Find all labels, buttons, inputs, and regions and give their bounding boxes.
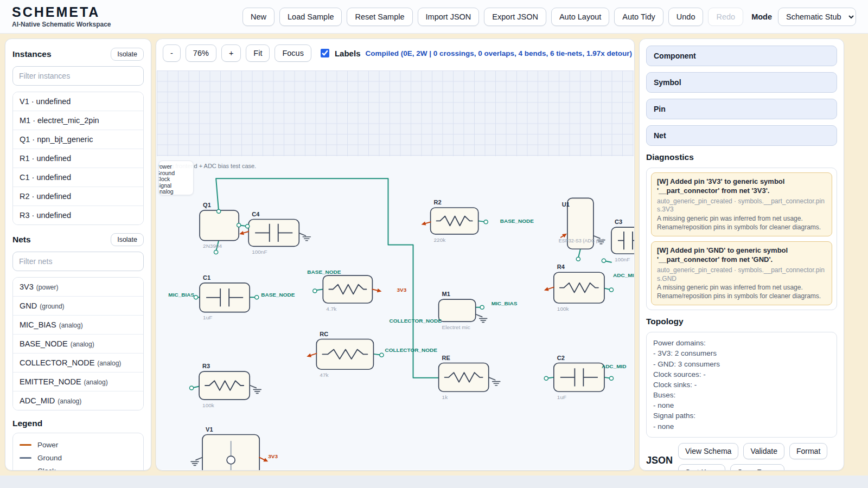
net-item[interactable]: BASE_NODE(analog) xyxy=(13,334,143,353)
component-C2[interactable]: C21uF xyxy=(554,355,604,400)
pin[interactable] xyxy=(602,259,605,262)
component-R4[interactable]: R4100k xyxy=(554,264,604,312)
instance-item[interactable]: C1 · undefined xyxy=(13,168,143,187)
component-C1[interactable]: C11uF xyxy=(200,274,250,320)
pin[interactable] xyxy=(576,257,580,261)
component-value: 1uF xyxy=(203,314,212,320)
net-label-MIC_BIAS[interactable]: MIC_BIAS xyxy=(492,300,518,306)
component-R3[interactable]: R3100k xyxy=(199,363,250,408)
section-symbol-button[interactable]: Symbol xyxy=(646,72,837,93)
component-M1[interactable]: M1Electret mic xyxy=(439,291,476,330)
net-item[interactable]: ADC_MID(analog) xyxy=(13,391,143,410)
mode-select[interactable]: Schematic Stub xyxy=(778,8,856,26)
zoom-out-button[interactable]: - xyxy=(163,44,181,62)
net-label-3V3[interactable]: 3V3 xyxy=(397,287,407,293)
pin[interactable] xyxy=(214,251,218,254)
canvas-legend-overlay: PowerGroundClockSignalAnalog xyxy=(158,160,194,195)
net-label-BASE_NODE[interactable]: BASE_NODE xyxy=(500,218,534,224)
net-item[interactable]: 3V3(power) xyxy=(13,278,143,296)
fit-button[interactable]: Fit xyxy=(246,44,270,62)
warning-title: [W] Added pin 'GND' to generic symbol '_… xyxy=(657,246,826,265)
pin[interactable] xyxy=(237,223,241,227)
pin[interactable] xyxy=(246,224,250,228)
net-item[interactable]: COLLECTOR_NODE(analog) xyxy=(13,353,143,372)
net-label-BASE_NODE[interactable]: BASE_NODE xyxy=(307,269,341,275)
net-label-ADC_MID[interactable]: ADC_MID xyxy=(613,272,634,278)
section-component-button[interactable]: Component xyxy=(646,46,837,66)
pin[interactable] xyxy=(255,296,259,299)
component-RC[interactable]: RC47k xyxy=(316,331,373,378)
schematic-canvas[interactable]: - 76% + Fit Focus Labels Compiled (0E, 2… xyxy=(156,38,635,471)
component-Q1[interactable]: Q12N3904 xyxy=(200,202,239,249)
reset-sample-button[interactable]: Reset Sample xyxy=(347,8,412,26)
component-U1[interactable]: U1ESP32-S3 (ADC pin) xyxy=(559,198,604,249)
instances-title: Instances xyxy=(12,49,52,59)
pin[interactable] xyxy=(313,289,317,293)
pin[interactable] xyxy=(194,296,197,299)
net-item[interactable]: MIC_BIAS(analog) xyxy=(13,315,143,334)
ground-stub xyxy=(476,314,482,317)
component-R2[interactable]: R2220k xyxy=(431,199,478,242)
pin[interactable] xyxy=(544,376,548,380)
json-toolbar: JSON View SchemaValidateFormatSort KeysC… xyxy=(646,443,837,471)
pin[interactable] xyxy=(217,209,221,213)
section-pin-button[interactable]: Pin xyxy=(646,99,837,119)
import-json-button[interactable]: Import JSON xyxy=(418,8,480,26)
validate-button[interactable]: Validate xyxy=(743,443,784,459)
pin[interactable] xyxy=(484,220,488,224)
component-V1[interactable]: V1 xyxy=(202,426,259,470)
wire[interactable] xyxy=(578,249,580,258)
format-button[interactable]: Format xyxy=(789,443,827,459)
ground-symbol xyxy=(493,382,500,386)
auto-layout-button[interactable]: Auto Layout xyxy=(551,8,609,26)
legend-item: Ground xyxy=(20,451,137,464)
net-item[interactable]: EMITTER_NODE(analog) xyxy=(13,372,143,391)
schematic-drawing[interactable]: Q12N3904C4100nFR2220kU1ESP32-S3 (ADC pin… xyxy=(156,39,634,470)
instance-item[interactable]: R2 · undefined xyxy=(13,187,143,206)
nets-isolate-button[interactable]: Isolate xyxy=(111,233,144,246)
net-label-ADC_MID[interactable]: ADC_MID xyxy=(602,363,627,369)
view-schema-button[interactable]: View Schema xyxy=(678,443,738,459)
pin[interactable] xyxy=(380,353,384,357)
component-C4[interactable]: C4100nF xyxy=(248,211,299,255)
undo-button[interactable]: Undo xyxy=(668,8,704,26)
load-sample-button[interactable]: Load Sample xyxy=(279,8,342,26)
instance-item[interactable]: R1 · undefined xyxy=(13,149,143,168)
zoom-level-button[interactable]: 76% xyxy=(186,44,216,62)
sort-keys-button[interactable]: Sort Keys xyxy=(678,464,725,471)
net-item[interactable]: GND(ground) xyxy=(13,296,143,315)
instance-item[interactable]: Q1 · npn_bjt_generic xyxy=(13,130,143,149)
net-label-MIC_BIAS[interactable]: MIC_BIAS xyxy=(168,292,194,298)
component-value: 1k xyxy=(442,394,448,400)
labels-checkbox[interactable] xyxy=(321,49,329,57)
focus-button[interactable]: Focus xyxy=(275,44,311,62)
pin[interactable] xyxy=(189,386,193,390)
new-button[interactable]: New xyxy=(242,8,275,26)
component-C3[interactable]: C3100nF xyxy=(611,219,634,262)
instances-filter-input[interactable] xyxy=(12,66,144,86)
instance-item[interactable]: M1 · electret_mic_2pin xyxy=(13,111,143,130)
pin[interactable] xyxy=(480,305,484,309)
instance-item[interactable]: R3 · undefined xyxy=(13,206,143,224)
component-ref: R2 xyxy=(434,199,442,206)
section-net-button[interactable]: Net xyxy=(646,125,837,146)
instances-isolate-button[interactable]: Isolate xyxy=(111,48,144,61)
component-RE[interactable]: RE1k xyxy=(439,355,489,400)
pin[interactable] xyxy=(609,288,613,292)
export-json-button[interactable]: Export JSON xyxy=(484,8,546,26)
net-label-BASE_NODE[interactable]: BASE_NODE xyxy=(261,292,295,298)
copy-repro-button[interactable]: Copy Repro xyxy=(730,464,785,471)
diagnostics-list: [W] Added pin '3V3' to generic symbol '_… xyxy=(646,168,837,310)
net-label-COLLECTOR_NODE[interactable]: COLLECTOR_NODE xyxy=(389,318,442,324)
net-label-COLLECTOR_NODE[interactable]: COLLECTOR_NODE xyxy=(385,347,437,353)
net-name: 3V3 xyxy=(20,282,34,291)
instance-item[interactable]: V1 · undefined xyxy=(13,92,143,111)
auto-tidy-button[interactable]: Auto Tidy xyxy=(614,8,663,26)
pin[interactable] xyxy=(609,376,613,380)
component-value: 100k xyxy=(202,402,214,408)
nets-filter-input[interactable] xyxy=(12,252,144,271)
net-label-3V3[interactable]: 3V3 xyxy=(268,454,278,460)
zoom-in-button[interactable]: + xyxy=(221,44,241,62)
net-kind: (ground) xyxy=(40,303,64,310)
component-4.7k[interactable]: 4.7k xyxy=(323,275,372,312)
